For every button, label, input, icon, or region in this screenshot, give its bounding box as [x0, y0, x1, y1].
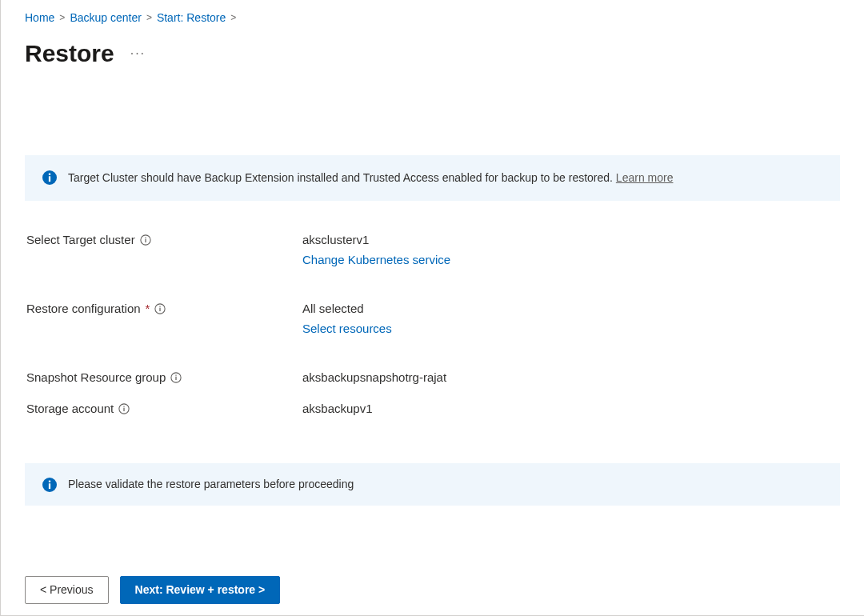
svg-rect-11 [176, 374, 177, 375]
snapshot-rg-label: Snapshot Resource group [26, 370, 166, 384]
info-hint-icon[interactable] [154, 303, 166, 314]
info-hint-icon[interactable] [140, 234, 151, 246]
restore-config-value: All selected [302, 302, 392, 315]
svg-rect-13 [124, 407, 125, 410]
chevron-right-icon: > [59, 12, 65, 23]
svg-rect-8 [160, 306, 161, 306]
svg-rect-17 [49, 481, 50, 482]
info-icon [42, 170, 57, 185]
svg-rect-16 [49, 483, 50, 489]
previous-button[interactable]: < Previous [25, 576, 109, 604]
storage-account-value: aksbackupv1 [302, 402, 373, 415]
change-kubernetes-service-link[interactable]: Change Kubernetes service [302, 253, 450, 266]
chevron-right-icon: > [146, 12, 152, 23]
learn-more-link[interactable]: Learn more [616, 171, 674, 184]
breadcrumb-backup-center[interactable]: Backup center [70, 11, 142, 24]
info-hint-icon[interactable] [170, 372, 182, 383]
validate-banner-text: Please validate the restore parameters b… [68, 476, 354, 493]
svg-rect-7 [160, 307, 161, 310]
svg-rect-5 [145, 237, 146, 238]
target-cluster-label: Select Target cluster [26, 233, 135, 246]
svg-rect-14 [124, 406, 125, 406]
breadcrumb-start-restore[interactable]: Start: Restore [157, 11, 226, 24]
svg-rect-2 [49, 174, 50, 175]
info-banner-extension: Target Cluster should have Backup Extens… [25, 155, 840, 201]
info-hint-icon[interactable] [118, 403, 130, 414]
snapshot-rg-value: aksbackupsnapshotrg-rajat [302, 370, 446, 384]
breadcrumb: Home > Backup center > Start: Restore > [25, 8, 840, 27]
svg-rect-10 [176, 376, 177, 379]
more-actions-button[interactable]: ··· [130, 46, 146, 61]
storage-account-label: Storage account [26, 402, 114, 415]
next-review-restore-button[interactable]: Next: Review + restore > [120, 576, 281, 604]
target-cluster-value: aksclusterv1 [302, 233, 450, 246]
select-resources-link[interactable]: Select resources [302, 322, 392, 335]
info-banner-text: Target Cluster should have Backup Extens… [68, 171, 616, 184]
info-banner-validate: Please validate the restore parameters b… [25, 463, 840, 506]
chevron-right-icon: > [230, 12, 236, 23]
required-asterisk: * [146, 302, 150, 315]
breadcrumb-home[interactable]: Home [25, 11, 54, 24]
info-icon [42, 478, 57, 492]
svg-rect-1 [49, 176, 50, 182]
wizard-footer: < Previous Next: Review + restore > [1, 565, 864, 615]
restore-config-label: Restore configuration [26, 302, 141, 315]
page-title: Restore [25, 40, 114, 67]
svg-rect-4 [145, 238, 146, 242]
